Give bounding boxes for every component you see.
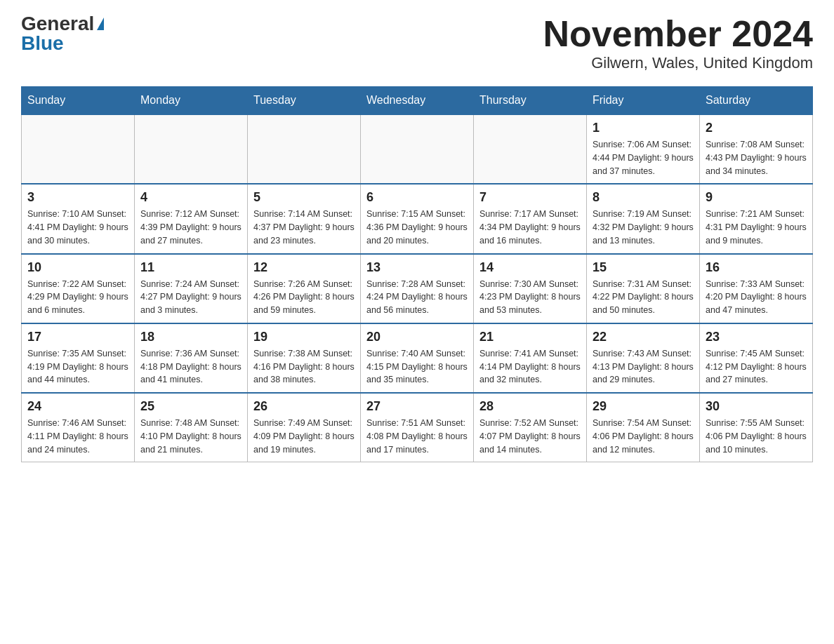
title-block: November 2024 Gilwern, Wales, United Kin…: [543, 14, 813, 72]
calendar-cell: 7Sunrise: 7:17 AM Sunset: 4:34 PM Daylig…: [474, 184, 587, 253]
calendar-cell: 18Sunrise: 7:36 AM Sunset: 4:18 PM Dayli…: [135, 323, 248, 393]
day-info: Sunrise: 7:28 AM Sunset: 4:24 PM Dayligh…: [366, 278, 468, 317]
calendar-cell: 29Sunrise: 7:54 AM Sunset: 4:06 PM Dayli…: [587, 393, 700, 462]
calendar-week-row-4: 17Sunrise: 7:35 AM Sunset: 4:19 PM Dayli…: [22, 323, 813, 393]
calendar-header-row: Sunday Monday Tuesday Wednesday Thursday…: [22, 87, 813, 115]
day-number: 26: [253, 399, 355, 414]
day-number: 4: [140, 190, 241, 205]
logo: General Blue: [21, 14, 104, 53]
day-info: Sunrise: 7:51 AM Sunset: 4:08 PM Dayligh…: [366, 417, 468, 456]
calendar-cell: 13Sunrise: 7:28 AM Sunset: 4:24 PM Dayli…: [361, 254, 474, 323]
calendar-cell: [361, 114, 474, 184]
day-info: Sunrise: 7:40 AM Sunset: 4:15 PM Dayligh…: [366, 347, 468, 387]
col-header-wednesday: Wednesday: [361, 87, 474, 115]
calendar-cell: 22Sunrise: 7:43 AM Sunset: 4:13 PM Dayli…: [587, 323, 700, 393]
calendar-cell: [135, 114, 248, 184]
day-info: Sunrise: 7:15 AM Sunset: 4:36 PM Dayligh…: [366, 208, 468, 247]
calendar-cell: 16Sunrise: 7:33 AM Sunset: 4:20 PM Dayli…: [700, 254, 813, 323]
day-number: 18: [140, 330, 241, 344]
calendar-cell: 20Sunrise: 7:40 AM Sunset: 4:15 PM Dayli…: [361, 323, 474, 393]
day-info: Sunrise: 7:30 AM Sunset: 4:23 PM Dayligh…: [479, 278, 581, 317]
day-info: Sunrise: 7:46 AM Sunset: 4:11 PM Dayligh…: [27, 417, 128, 456]
day-number: 25: [140, 399, 241, 414]
day-number: 16: [706, 260, 807, 275]
day-number: 27: [366, 399, 468, 414]
day-info: Sunrise: 7:21 AM Sunset: 4:31 PM Dayligh…: [706, 208, 807, 247]
page-subtitle: Gilwern, Wales, United Kingdom: [543, 54, 813, 72]
calendar-cell: 30Sunrise: 7:55 AM Sunset: 4:06 PM Dayli…: [700, 393, 813, 462]
day-number: 10: [27, 260, 128, 275]
calendar-cell: 1Sunrise: 7:06 AM Sunset: 4:44 PM Daylig…: [587, 114, 700, 184]
calendar-cell: 14Sunrise: 7:30 AM Sunset: 4:23 PM Dayli…: [474, 254, 587, 323]
calendar-cell: 8Sunrise: 7:19 AM Sunset: 4:32 PM Daylig…: [587, 184, 700, 253]
calendar-table: Sunday Monday Tuesday Wednesday Thursday…: [21, 86, 813, 462]
calendar-cell: 26Sunrise: 7:49 AM Sunset: 4:09 PM Dayli…: [248, 393, 361, 462]
calendar-cell: 3Sunrise: 7:10 AM Sunset: 4:41 PM Daylig…: [22, 184, 135, 253]
day-info: Sunrise: 7:49 AM Sunset: 4:09 PM Dayligh…: [253, 417, 355, 456]
day-info: Sunrise: 7:35 AM Sunset: 4:19 PM Dayligh…: [27, 347, 128, 387]
calendar-cell: 21Sunrise: 7:41 AM Sunset: 4:14 PM Dayli…: [474, 323, 587, 393]
day-number: 8: [593, 190, 694, 205]
col-header-saturday: Saturday: [700, 87, 813, 115]
calendar-cell: 5Sunrise: 7:14 AM Sunset: 4:37 PM Daylig…: [248, 184, 361, 253]
calendar-cell: 24Sunrise: 7:46 AM Sunset: 4:11 PM Dayli…: [22, 393, 135, 462]
day-info: Sunrise: 7:48 AM Sunset: 4:10 PM Dayligh…: [140, 417, 241, 456]
day-number: 5: [253, 190, 355, 205]
day-info: Sunrise: 7:26 AM Sunset: 4:26 PM Dayligh…: [253, 278, 355, 317]
day-info: Sunrise: 7:12 AM Sunset: 4:39 PM Dayligh…: [140, 208, 241, 247]
calendar-cell: 27Sunrise: 7:51 AM Sunset: 4:08 PM Dayli…: [361, 393, 474, 462]
day-number: 19: [253, 330, 355, 344]
calendar-week-row-5: 24Sunrise: 7:46 AM Sunset: 4:11 PM Dayli…: [22, 393, 813, 462]
day-number: 11: [140, 260, 241, 275]
day-info: Sunrise: 7:52 AM Sunset: 4:07 PM Dayligh…: [479, 417, 581, 456]
day-info: Sunrise: 7:36 AM Sunset: 4:18 PM Dayligh…: [140, 347, 241, 387]
col-header-tuesday: Tuesday: [248, 87, 361, 115]
day-info: Sunrise: 7:14 AM Sunset: 4:37 PM Dayligh…: [253, 208, 355, 247]
calendar-cell: 6Sunrise: 7:15 AM Sunset: 4:36 PM Daylig…: [361, 184, 474, 253]
col-header-sunday: Sunday: [22, 87, 135, 115]
day-number: 21: [479, 330, 581, 344]
col-header-friday: Friday: [587, 87, 700, 115]
calendar-cell: 17Sunrise: 7:35 AM Sunset: 4:19 PM Dayli…: [22, 323, 135, 393]
day-number: 7: [479, 190, 581, 205]
day-number: 24: [27, 399, 128, 414]
day-info: Sunrise: 7:55 AM Sunset: 4:06 PM Dayligh…: [706, 417, 807, 456]
calendar-cell: 10Sunrise: 7:22 AM Sunset: 4:29 PM Dayli…: [22, 254, 135, 323]
day-info: Sunrise: 7:41 AM Sunset: 4:14 PM Dayligh…: [479, 347, 581, 387]
day-info: Sunrise: 7:31 AM Sunset: 4:22 PM Dayligh…: [593, 278, 694, 317]
calendar-cell: [22, 114, 135, 184]
day-number: 1: [593, 121, 694, 135]
day-number: 6: [366, 190, 468, 205]
day-number: 30: [706, 399, 807, 414]
page-header: General Blue November 2024 Gilwern, Wale…: [21, 14, 813, 72]
calendar-cell: 9Sunrise: 7:21 AM Sunset: 4:31 PM Daylig…: [700, 184, 813, 253]
calendar-week-row-1: 1Sunrise: 7:06 AM Sunset: 4:44 PM Daylig…: [22, 114, 813, 184]
day-number: 12: [253, 260, 355, 275]
calendar-cell: 19Sunrise: 7:38 AM Sunset: 4:16 PM Dayli…: [248, 323, 361, 393]
col-header-thursday: Thursday: [474, 87, 587, 115]
day-number: 2: [706, 121, 807, 135]
day-number: 9: [706, 190, 807, 205]
day-number: 28: [479, 399, 581, 414]
calendar-cell: 25Sunrise: 7:48 AM Sunset: 4:10 PM Dayli…: [135, 393, 248, 462]
day-info: Sunrise: 7:38 AM Sunset: 4:16 PM Dayligh…: [253, 347, 355, 387]
calendar-cell: 11Sunrise: 7:24 AM Sunset: 4:27 PM Dayli…: [135, 254, 248, 323]
day-number: 29: [593, 399, 694, 414]
logo-triangle-icon: [97, 18, 104, 30]
day-info: Sunrise: 7:33 AM Sunset: 4:20 PM Dayligh…: [706, 278, 807, 317]
col-header-monday: Monday: [135, 87, 248, 115]
day-number: 15: [593, 260, 694, 275]
day-number: 23: [706, 330, 807, 344]
calendar-week-row-2: 3Sunrise: 7:10 AM Sunset: 4:41 PM Daylig…: [22, 184, 813, 253]
day-info: Sunrise: 7:08 AM Sunset: 4:43 PM Dayligh…: [706, 138, 807, 177]
day-info: Sunrise: 7:45 AM Sunset: 4:12 PM Dayligh…: [706, 347, 807, 387]
calendar-cell: 15Sunrise: 7:31 AM Sunset: 4:22 PM Dayli…: [587, 254, 700, 323]
day-info: Sunrise: 7:10 AM Sunset: 4:41 PM Dayligh…: [27, 208, 128, 247]
logo-blue-text: Blue: [21, 34, 64, 53]
page-title: November 2024: [543, 14, 813, 54]
day-info: Sunrise: 7:24 AM Sunset: 4:27 PM Dayligh…: [140, 278, 241, 317]
day-number: 3: [27, 190, 128, 205]
calendar-cell: 28Sunrise: 7:52 AM Sunset: 4:07 PM Dayli…: [474, 393, 587, 462]
day-number: 17: [27, 330, 128, 344]
day-info: Sunrise: 7:43 AM Sunset: 4:13 PM Dayligh…: [593, 347, 694, 387]
